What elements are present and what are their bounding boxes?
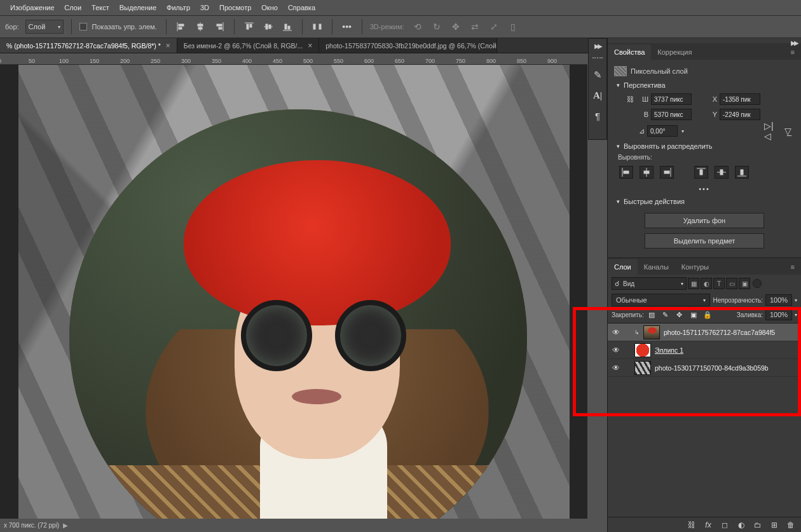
- layer-kind-dropdown[interactable]: Вид▾: [612, 277, 687, 290]
- fill-input[interactable]: 100%: [765, 309, 792, 320]
- tab-channels[interactable]: Каналы: [638, 259, 675, 275]
- align-center-h-icon[interactable]: [193, 20, 207, 34]
- filter-smart-icon[interactable]: ▣: [739, 278, 750, 289]
- opacity-dropdown-icon[interactable]: ▾: [795, 297, 797, 303]
- align-top-button[interactable]: [694, 166, 708, 179]
- panel-menu-icon[interactable]: ≡: [784, 44, 801, 60]
- layer-thumbnail[interactable]: [634, 343, 651, 357]
- paragraph-panel-icon[interactable]: ¶: [591, 109, 605, 123]
- align-bottom-button[interactable]: [735, 166, 749, 179]
- menu-filter[interactable]: Фильтр: [161, 4, 195, 11]
- adjustment-layer-icon[interactable]: ◐: [736, 520, 746, 530]
- show-transform-checkbox[interactable]: [79, 23, 87, 31]
- align-left-button[interactable]: [619, 166, 633, 179]
- status-flyout-icon[interactable]: ▶: [63, 522, 68, 529]
- filter-shape-icon[interactable]: ▭: [726, 278, 737, 289]
- more-options-icon[interactable]: •••: [340, 20, 354, 34]
- align-center-v-icon[interactable]: [261, 20, 275, 34]
- close-icon[interactable]: ×: [308, 41, 312, 50]
- character-panel-icon[interactable]: A|: [591, 88, 605, 102]
- layer-row[interactable]: 👁 Эллипс 1: [608, 341, 801, 359]
- collapse-right-icon[interactable]: ▶▶: [791, 39, 797, 46]
- layer-name[interactable]: photo-1530177150700-84cd9a3b059b: [655, 364, 797, 372]
- close-icon[interactable]: ×: [166, 41, 170, 50]
- panel-menu-icon[interactable]: ≡: [784, 259, 801, 275]
- menu-text[interactable]: Текст: [86, 4, 114, 11]
- canvas-area[interactable]: [0, 65, 587, 519]
- menu-window[interactable]: Окно: [256, 4, 283, 11]
- menu-select[interactable]: Выделение: [114, 4, 161, 11]
- height-input[interactable]: [651, 109, 692, 120]
- new-layer-icon[interactable]: ⊞: [769, 520, 779, 530]
- section-transform[interactable]: Перспектива: [614, 79, 795, 92]
- layer-blend-row: Обычные Непрозрачность: 100% ▾: [608, 292, 801, 308]
- filter-image-icon[interactable]: ▦: [688, 278, 699, 289]
- align-top-icon[interactable]: [242, 20, 256, 34]
- section-quick-actions[interactable]: Быстрые действия: [614, 195, 795, 208]
- flip-vertical-icon[interactable]: ▽̲: [781, 124, 795, 138]
- layer-thumbnail[interactable]: [634, 361, 651, 375]
- document-tab-3[interactable]: photo-1575837705830-3fb219be0ddf.jpg @ 6…: [319, 38, 497, 53]
- align-right-icon[interactable]: [212, 20, 226, 34]
- tab-paths[interactable]: Контуры: [675, 259, 715, 275]
- tab-adjustments[interactable]: Коррекция: [651, 44, 698, 60]
- filter-adjust-icon[interactable]: ◐: [701, 278, 712, 289]
- remove-background-button[interactable]: Удалить фон: [645, 213, 764, 228]
- opacity-input[interactable]: 100%: [765, 294, 792, 306]
- collapsed-panels-strip[interactable]: ▶▶ ✎ A| ¶: [588, 38, 607, 140]
- tab-layers[interactable]: Слои: [608, 259, 638, 275]
- align-center-v-button[interactable]: [715, 166, 729, 179]
- align-right-button[interactable]: [660, 166, 674, 179]
- menu-3d[interactable]: 3D: [195, 4, 214, 11]
- more-align-icon[interactable]: •••: [614, 182, 795, 195]
- visibility-icon[interactable]: 👁: [612, 328, 620, 337]
- blend-mode-dropdown[interactable]: Обычные: [612, 294, 710, 306]
- y-input[interactable]: [720, 109, 760, 120]
- lock-position-icon[interactable]: ✥: [674, 310, 685, 320]
- layer-thumbnail[interactable]: [643, 325, 660, 339]
- flip-horizontal-icon[interactable]: ▷|◁: [764, 124, 778, 138]
- section-align[interactable]: Выровнять и распределить: [614, 140, 795, 153]
- layer-name[interactable]: Эллипс 1: [655, 346, 797, 354]
- width-input[interactable]: [651, 93, 692, 105]
- layer-name[interactable]: photo-1571175762712-87cac7a984f5: [664, 329, 797, 336]
- filter-toggle[interactable]: [753, 279, 762, 288]
- lock-artboard-icon[interactable]: ▣: [688, 310, 699, 320]
- x-input[interactable]: [720, 93, 760, 105]
- options-set-dropdown[interactable]: Слой: [25, 20, 64, 34]
- menu-help[interactable]: Справка: [283, 4, 320, 11]
- visibility-icon[interactable]: 👁: [612, 346, 620, 355]
- angle-dropdown-icon[interactable]: ▾: [680, 128, 685, 134]
- document-canvas[interactable]: [18, 65, 570, 519]
- ruler-horizontal[interactable]: 0501001502002503003504004505005506006507…: [0, 53, 587, 65]
- align-left-icon[interactable]: [174, 20, 188, 34]
- align-bottom-icon[interactable]: [280, 20, 294, 34]
- lock-all-icon[interactable]: 🔒: [702, 310, 713, 320]
- menu-view[interactable]: Просмотр: [214, 4, 256, 11]
- grip-icon[interactable]: [592, 57, 603, 59]
- layer-row[interactable]: 👁 photo-1530177150700-84cd9a3b059b: [608, 359, 801, 377]
- angle-input[interactable]: [647, 125, 678, 137]
- lock-transparency-icon[interactable]: ▨: [647, 310, 657, 320]
- collapse-icon[interactable]: ▶▶: [594, 43, 601, 50]
- link-layers-icon[interactable]: ⛓: [687, 520, 697, 530]
- link-wh-icon[interactable]: ⛓: [627, 95, 636, 103]
- fill-dropdown-icon[interactable]: ▾: [795, 312, 797, 318]
- tab-properties[interactable]: Свойства: [608, 44, 651, 60]
- delete-layer-icon[interactable]: 🗑: [786, 520, 796, 530]
- brush-panel-icon[interactable]: ✎: [591, 68, 605, 82]
- document-tab-1[interactable]: % (photo-1571175762712-87cac7a984f5, RGB…: [0, 38, 177, 53]
- distribute-icon[interactable]: [310, 20, 324, 34]
- layer-fx-icon[interactable]: fx: [703, 520, 713, 530]
- visibility-icon[interactable]: 👁: [612, 364, 620, 372]
- lock-pixels-icon[interactable]: ✎: [661, 310, 671, 320]
- add-mask-icon[interactable]: ◻: [720, 520, 730, 530]
- filter-type-icon[interactable]: T: [713, 278, 725, 289]
- menu-image[interactable]: Изображение: [5, 4, 59, 11]
- document-tab-2[interactable]: Без имени-2 @ 66,7% (Слой 8, RGB/...×: [177, 38, 319, 53]
- menu-layers[interactable]: Слои: [59, 4, 86, 11]
- layer-row[interactable]: 👁 ↳ photo-1571175762712-87cac7a984f5: [608, 324, 801, 341]
- new-group-icon[interactable]: 🗀: [753, 520, 763, 530]
- align-center-h-button[interactable]: [640, 166, 654, 179]
- select-subject-button[interactable]: Выделить предмет: [645, 233, 764, 249]
